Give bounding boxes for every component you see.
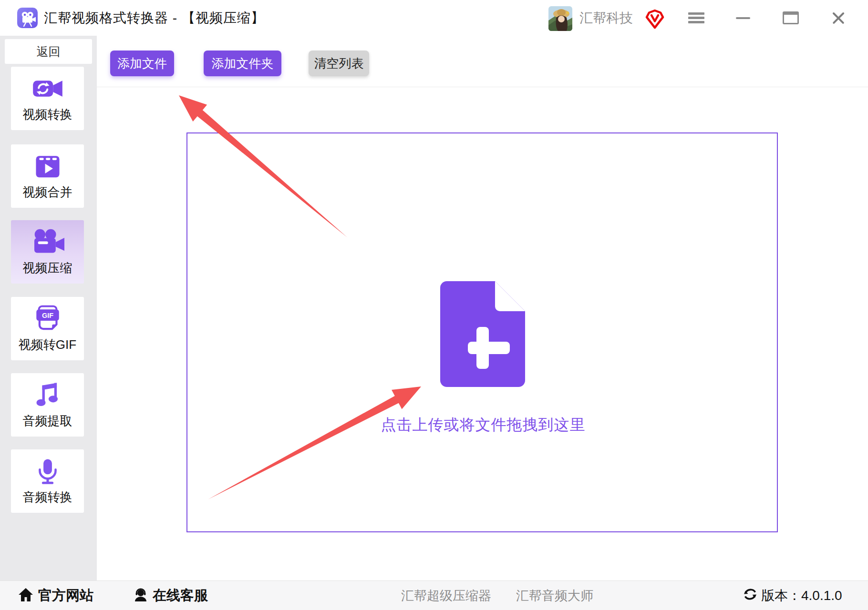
sidebar-item-audio-convert[interactable]: 音频转换 xyxy=(11,449,84,513)
customer-service-icon xyxy=(134,588,148,604)
close-button[interactable] xyxy=(824,0,853,36)
video-to-gif-icon: GIF xyxy=(34,304,62,334)
sidebar-item-label: 视频转换 xyxy=(23,106,72,123)
video-merge-icon xyxy=(33,152,62,181)
close-icon xyxy=(831,11,846,25)
sidebar-item-label: 视频合并 xyxy=(23,184,72,201)
official-site-link[interactable]: 官方网站 xyxy=(18,581,93,610)
gif-label: GIF xyxy=(41,312,53,319)
sidebar-item-video-to-gif[interactable]: GIF 视频转GIF xyxy=(11,297,84,360)
maximize-icon xyxy=(783,11,799,24)
back-button[interactable]: 返回 xyxy=(5,39,92,64)
refresh-icon[interactable] xyxy=(743,588,757,604)
sidebar-item-label: 音频提取 xyxy=(23,413,72,429)
account-name[interactable]: 汇帮科技 xyxy=(579,0,633,36)
audio-extract-icon xyxy=(34,380,61,410)
vip-badge-icon[interactable] xyxy=(645,9,665,29)
clear-list-button[interactable]: 清空列表 xyxy=(309,51,369,76)
official-site-label: 官方网站 xyxy=(38,586,93,605)
sidebar-item-label: 音频转换 xyxy=(23,489,72,506)
online-service-link[interactable]: 在线客服 xyxy=(134,581,208,610)
sidebar-item-video-convert[interactable]: 视频转换 xyxy=(11,67,84,130)
minimize-button[interactable] xyxy=(729,0,757,36)
sidebar-item-video-compress[interactable]: 视频压缩 xyxy=(11,220,84,284)
audio-convert-icon xyxy=(35,457,60,486)
footer-bar: 官方网站 在线客服 汇帮超级压缩器 汇帮音频大师 xyxy=(0,580,868,610)
sidebar-item-audio-extract[interactable]: 音频提取 xyxy=(11,373,84,437)
add-document-icon xyxy=(440,281,525,387)
version-label: 版本：4.0.1.0 xyxy=(761,587,842,605)
add-folder-button[interactable]: 添加文件夹 xyxy=(204,51,281,76)
window-title: 汇帮视频格式转换器 - 【视频压缩】 xyxy=(44,0,265,36)
toolbar-divider xyxy=(97,87,868,87)
sidebar-item-label: 视频转GIF xyxy=(19,336,76,353)
home-icon xyxy=(18,588,33,604)
sidebar: 返回 视频转换 xyxy=(0,36,97,580)
app-logo-icon xyxy=(17,8,38,28)
menu-button[interactable] xyxy=(682,0,711,36)
minimize-icon xyxy=(736,17,750,19)
version-area: 版本：4.0.1.0 xyxy=(743,581,842,610)
sidebar-item-video-merge[interactable]: 视频合并 xyxy=(11,144,84,208)
maximize-button[interactable] xyxy=(776,0,805,36)
upload-hint-text: 点击上传或将文件拖拽到这里 xyxy=(187,415,779,436)
super-compressor-link[interactable]: 汇帮超级压缩器 xyxy=(401,581,491,610)
add-file-button[interactable]: 添加文件 xyxy=(110,51,174,76)
video-compress-icon xyxy=(30,227,65,257)
sidebar-item-label: 视频压缩 xyxy=(23,260,72,276)
upload-dropzone[interactable]: 点击上传或将文件拖拽到这里 xyxy=(186,132,778,532)
online-service-label: 在线客服 xyxy=(153,586,208,605)
app-window: 汇帮视频格式转换器 - 【视频压缩】 汇帮科技 xyxy=(0,0,868,610)
audio-master-link[interactable]: 汇帮音频大师 xyxy=(516,581,593,610)
hamburger-icon xyxy=(688,10,704,25)
title-bar: 汇帮视频格式转换器 - 【视频压缩】 汇帮科技 xyxy=(0,0,868,36)
video-convert-icon xyxy=(31,74,64,103)
user-avatar[interactable] xyxy=(548,6,572,31)
